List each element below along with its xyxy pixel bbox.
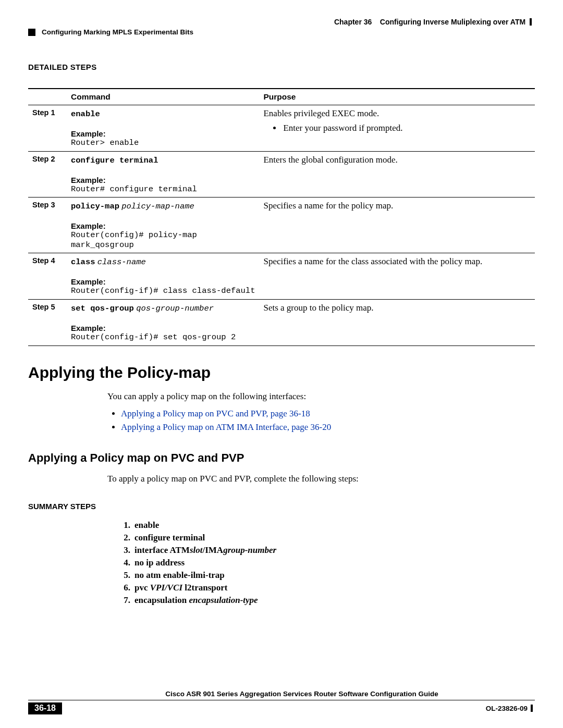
purpose-cell: Sets a group to the policy map. <box>259 299 535 346</box>
link-atm-ima[interactable]: Applying a Policy map on ATM IMA Interfa… <box>121 422 331 432</box>
example-code: Router# configure terminal <box>71 184 255 194</box>
col-command: Command <box>67 89 259 105</box>
purpose-cell: Enables privileged EXEC mode. Enter your… <box>259 105 535 152</box>
list-item: 3.interface ATMslot/IMAgroup-number <box>118 545 535 556</box>
page-footer: Cisco ASR 901 Series Aggregation Service… <box>28 690 535 714</box>
link-pvc-pvp[interactable]: Applying a Policy map on PVC and PVP, pa… <box>121 409 310 418</box>
list-item: 1.enable <box>118 520 535 530</box>
chapter-label: Chapter 36 <box>334 18 372 26</box>
step-label: Step 1 <box>28 105 67 152</box>
section-line: Configuring Marking MPLS Experimental Bi… <box>28 28 535 36</box>
step-label: Step 4 <box>28 253 67 300</box>
example-label: Example: <box>71 176 255 184</box>
page-number-badge: 36-18 <box>28 702 62 714</box>
example-label: Example: <box>71 277 255 286</box>
list-item: 6.pvc VPI/VCI l2transport <box>118 583 535 593</box>
list-item: 5.no atm enable-ilmi-trap <box>118 570 535 581</box>
example-code: Router> enable <box>71 138 255 148</box>
footer-guide-title: Cisco ASR 901 Series Aggregation Service… <box>28 690 535 700</box>
purpose-bullet: Enter your password if prompted. <box>282 123 531 133</box>
intro-paragraph: You can apply a policy map on the follow… <box>107 391 535 434</box>
cmd-bold: configure terminal <box>71 156 158 165</box>
cmd-ital: class-name <box>97 257 146 267</box>
example-code: Router(config)# policy-map mark_qosgroup <box>71 230 255 250</box>
cmd-bold: class <box>71 257 95 267</box>
example-label: Example: <box>71 129 255 138</box>
list-item: 4.no ip address <box>118 558 535 568</box>
example-label: Example: <box>71 221 255 230</box>
command-cell: set qos-group qos-group-number Example: … <box>67 299 259 346</box>
section-title: Configuring Marking MPLS Experimental Bi… <box>42 28 193 36</box>
list-item: 7.encapsulation encapsulation-type <box>118 595 535 606</box>
summary-steps-heading: SUMMARY STEPS <box>28 502 535 511</box>
heading-applying-pvc-pvp: Applying a Policy map on PVC and PVP <box>28 451 535 465</box>
purpose-cell: Specifies a name for the policy map. <box>259 198 535 253</box>
command-cell: class class-name Example: Router(config-… <box>67 253 259 300</box>
col-step-blank <box>28 89 67 105</box>
purpose-text: Enables privileged EXEC mode. <box>263 108 379 118</box>
purpose-cell: Specifies a name for the class associate… <box>259 253 535 300</box>
list-item: 2.configure terminal <box>118 533 535 543</box>
step-label: Step 5 <box>28 299 67 346</box>
summary-steps-list: 1.enable 2.configure terminal 3.interfac… <box>118 520 535 606</box>
purpose-text: Specifies a name for the class associate… <box>263 256 482 266</box>
table-row: Step 4 class class-name Example: Router(… <box>28 253 535 300</box>
header-bar-icon <box>530 18 532 26</box>
steps-table: Command Purpose Step 1 enable Example: R… <box>28 88 535 346</box>
cmd-bold: enable <box>71 109 100 119</box>
chapter-title: Configuring Inverse Muliplexing over ATM <box>380 18 525 26</box>
h2-intro-text: To apply a policy map on PVC and PVP, co… <box>107 474 359 484</box>
page-content: DETAILED STEPS Command Purpose Step 1 en… <box>28 63 535 608</box>
example-label: Example: <box>71 324 255 332</box>
footer-bottom-row: 36-18 OL-23826-09 <box>28 702 535 714</box>
cmd-bold: policy-map <box>71 202 119 211</box>
cmd-ital: qos-group-number <box>136 304 214 313</box>
intro-text: You can apply a policy map on the follow… <box>107 391 306 401</box>
heading-applying-policy-map: Applying the Policy-map <box>28 364 535 381</box>
table-row: Step 3 policy-map policy-map-name Exampl… <box>28 198 535 253</box>
document-number: OL-23826-09 <box>486 705 535 712</box>
square-bullet-icon <box>28 29 35 36</box>
command-cell: enable Example: Router> enable <box>67 105 259 152</box>
example-code: Router(config-if)# class class-default <box>71 286 255 296</box>
command-cell: configure terminal Example: Router# conf… <box>67 151 259 198</box>
footer-bar-icon <box>531 705 533 712</box>
example-code: Router(config-if)# set qos-group 2 <box>71 332 255 342</box>
table-row: Step 2 configure terminal Example: Route… <box>28 151 535 198</box>
col-purpose: Purpose <box>259 89 535 105</box>
table-row: Step 1 enable Example: Router> enable En… <box>28 105 535 152</box>
cmd-ital: policy-map-name <box>121 202 194 211</box>
table-row: Step 5 set qos-group qos-group-number Ex… <box>28 299 535 346</box>
cmd-bold: set qos-group <box>71 304 134 313</box>
command-cell: policy-map policy-map-name Example: Rout… <box>67 198 259 253</box>
purpose-text: Specifies a name for the policy map. <box>263 201 393 211</box>
purpose-text: Enters the global configuration mode. <box>263 155 397 165</box>
purpose-cell: Enters the global configuration mode. <box>259 151 535 198</box>
chapter-line: Chapter 36 Configuring Inverse Muliplexi… <box>28 18 535 26</box>
purpose-text: Sets a group to the policy map. <box>263 303 373 313</box>
running-header: Chapter 36 Configuring Inverse Muliplexi… <box>28 18 535 36</box>
step-label: Step 2 <box>28 151 67 198</box>
step-label: Step 3 <box>28 198 67 253</box>
detailed-steps-heading: DETAILED STEPS <box>28 63 535 71</box>
h2-intro: To apply a policy map on PVC and PVP, co… <box>107 473 535 485</box>
